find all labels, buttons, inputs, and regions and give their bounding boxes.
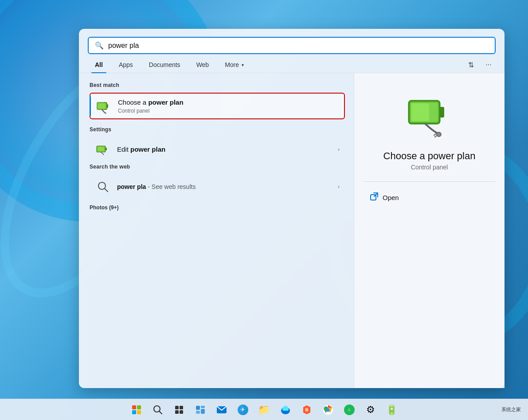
search-input-wrapper: 🔍 [88, 37, 496, 54]
settings-item-edit-power[interactable]: Edit power plan › [90, 137, 345, 162]
web-search-icon [95, 179, 111, 195]
tab-apps[interactable]: Apps [112, 57, 140, 73]
chrome-icon [323, 404, 333, 415]
svg-rect-15 [411, 103, 429, 121]
windows-logo-icon [132, 405, 141, 414]
system-tray: 系统之家 [501, 406, 521, 413]
tray-system-label: 系统之家 [501, 406, 521, 413]
widgets-button[interactable] [191, 400, 210, 420]
right-panel-title: Choose a power plan [383, 150, 476, 162]
svg-point-37 [326, 408, 329, 411]
taskbar-search-button[interactable] [148, 400, 168, 420]
large-power-icon [405, 91, 454, 140]
settings-button[interactable]: ⚙ [361, 400, 380, 420]
best-match-title: Choose a power plan [118, 98, 339, 107]
settings-icon: ⚙ [366, 404, 375, 416]
task-view-button[interactable] [169, 400, 189, 420]
svg-rect-25 [175, 410, 179, 414]
start-button[interactable] [127, 400, 146, 420]
taskbar: ✈ 📁 B [0, 399, 528, 420]
search-panel: 🔍 All Apps Documents Web More ▾ [79, 29, 505, 388]
taskbar-center: ✈ 📁 B [127, 400, 402, 420]
svg-point-5 [105, 112, 106, 114]
settings-item-title: Edit power plan [117, 145, 332, 154]
mail-button[interactable] [212, 400, 231, 420]
svg-line-9 [101, 152, 104, 155]
svg-line-17 [434, 133, 436, 135]
best-match-item[interactable]: Choose a power plan Control panel [90, 93, 345, 119]
battery-icon: 🔋 [386, 404, 398, 416]
best-match-label: Best match [90, 82, 345, 88]
right-panel-subtitle: Control panel [411, 164, 448, 171]
edit-power-icon [95, 141, 111, 157]
edge-button[interactable] [276, 400, 295, 420]
settings-label: Settings [90, 126, 345, 133]
share-button[interactable]: ⇅ [464, 58, 478, 72]
web-arrow-icon: › [338, 184, 340, 190]
brave-icon: B [301, 404, 312, 415]
tabs-actions: ⇅ ··· [464, 58, 496, 72]
widgets-icon [196, 405, 205, 414]
ellipsis-icon: ··· [485, 61, 491, 69]
svg-point-16 [437, 132, 441, 137]
file-explorer-button[interactable]: 📁 [254, 400, 274, 420]
web-item-text: power pla - See web results [117, 183, 332, 191]
search-input-area: 🔍 [79, 29, 505, 54]
battery-widget-button[interactable]: 🔋 [382, 400, 402, 420]
web-search-item[interactable]: power pla - See web results › [90, 174, 345, 199]
right-panel-divider [363, 181, 496, 182]
open-button[interactable]: Open [363, 189, 496, 206]
right-panel: Choose a power plan Control panel Open [354, 73, 505, 388]
arrow-right-icon: › [338, 146, 340, 153]
task-view-icon [174, 405, 184, 415]
svg-rect-8 [98, 147, 104, 151]
svg-rect-29 [196, 411, 200, 414]
brave-button[interactable]: B [297, 400, 317, 420]
svg-rect-7 [106, 148, 107, 150]
file-explorer-icon: 📁 [258, 404, 270, 416]
tab-web[interactable]: Web [189, 57, 216, 73]
share-icon: ⇅ [468, 61, 474, 69]
taskbar-search-icon [153, 405, 163, 415]
best-match-subtitle: Control panel [118, 108, 339, 114]
chevron-down-icon: ▾ [242, 63, 244, 67]
best-match-text: Choose a power plan Control panel [118, 98, 339, 114]
svg-rect-3 [98, 103, 106, 109]
main-content: Best match [79, 73, 505, 388]
web-search-label: Search the web [90, 164, 345, 170]
more-options-button[interactable]: ··· [481, 58, 496, 72]
power-plan-icon [96, 98, 112, 114]
telegram-button[interactable]: ✈ [233, 400, 253, 420]
svg-rect-26 [180, 410, 183, 414]
tabs-area: All Apps Documents Web More ▾ ⇅ ··· [79, 57, 505, 73]
tab-documents[interactable]: Documents [142, 57, 188, 73]
edge-icon [280, 404, 291, 415]
chrome-button[interactable] [318, 400, 338, 420]
open-icon [370, 192, 378, 202]
svg-rect-28 [201, 406, 205, 408]
mail-icon [216, 405, 227, 414]
svg-rect-2 [107, 104, 108, 108]
open-label: Open [383, 194, 399, 201]
search-input[interactable] [108, 42, 489, 50]
right-icon-area [405, 91, 454, 140]
svg-rect-27 [196, 406, 200, 410]
svg-rect-13 [440, 107, 444, 118]
left-panel: Best match [79, 73, 354, 388]
spotify-button[interactable]: ♫ [340, 400, 359, 420]
telegram-icon: ✈ [238, 404, 248, 415]
tabs-list: All Apps Documents Web More ▾ [88, 57, 464, 73]
tab-more[interactable]: More ▾ [218, 57, 251, 73]
tab-all[interactable]: All [88, 57, 110, 73]
photos-label: Photos (9+) [90, 204, 345, 211]
svg-line-11 [105, 188, 108, 192]
search-icon: 🔍 [95, 41, 104, 50]
svg-line-4 [102, 110, 105, 113]
svg-line-22 [159, 411, 162, 414]
web-item-title: power pla - See web results [117, 183, 332, 191]
svg-rect-23 [175, 406, 179, 409]
svg-text:B: B [305, 408, 308, 412]
settings-item-text: Edit power plan [117, 145, 332, 154]
svg-rect-30 [201, 409, 205, 414]
svg-rect-24 [180, 406, 183, 409]
